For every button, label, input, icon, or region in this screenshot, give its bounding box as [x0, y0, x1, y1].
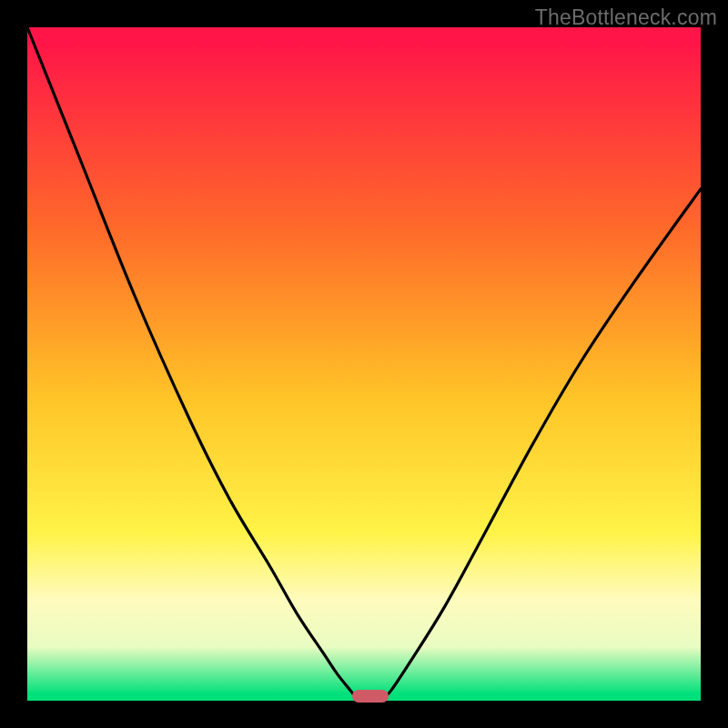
- right-curve: [381, 189, 702, 701]
- chart-curves: [0, 0, 728, 728]
- left-curve: [27, 27, 360, 701]
- bottleneck-marker: [352, 690, 389, 703]
